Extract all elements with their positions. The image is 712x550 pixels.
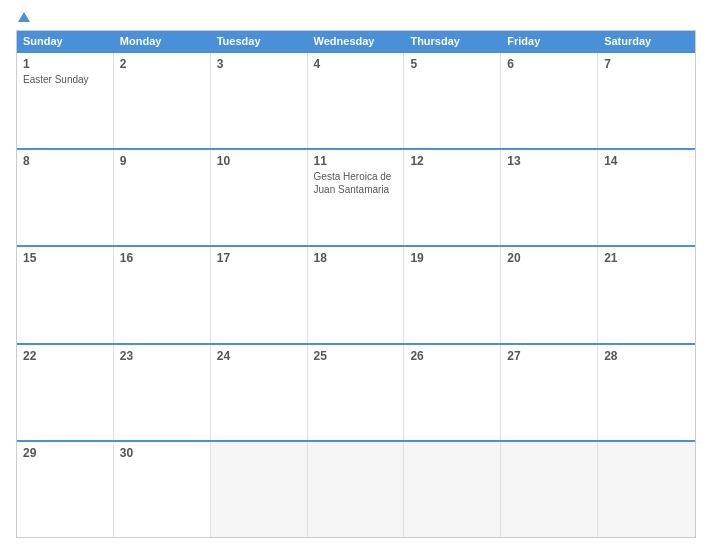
cell-w2-d1: 16 xyxy=(114,247,211,342)
week-row-0: 1Easter Sunday234567 xyxy=(17,51,695,148)
cell-w4-d4 xyxy=(404,442,501,537)
day-number: 9 xyxy=(120,154,204,168)
day-number: 25 xyxy=(314,349,398,363)
header-monday: Monday xyxy=(114,31,211,51)
week-row-1: 891011Gesta Heroica de Juan Santamaria12… xyxy=(17,148,695,245)
cell-w0-d2: 3 xyxy=(211,53,308,148)
day-number: 20 xyxy=(507,251,591,265)
day-number: 2 xyxy=(120,57,204,71)
cell-w3-d6: 28 xyxy=(598,345,695,440)
day-number: 22 xyxy=(23,349,107,363)
cell-w1-d5: 13 xyxy=(501,150,598,245)
calendar-header-row: Sunday Monday Tuesday Wednesday Thursday… xyxy=(17,31,695,51)
page: Sunday Monday Tuesday Wednesday Thursday… xyxy=(0,0,712,550)
cell-w0-d0: 1Easter Sunday xyxy=(17,53,114,148)
day-number: 5 xyxy=(410,57,494,71)
cell-w4-d0: 29 xyxy=(17,442,114,537)
week-row-2: 15161718192021 xyxy=(17,245,695,342)
calendar: Sunday Monday Tuesday Wednesday Thursday… xyxy=(16,30,696,538)
day-number: 8 xyxy=(23,154,107,168)
cell-w0-d5: 6 xyxy=(501,53,598,148)
cell-w0-d3: 4 xyxy=(308,53,405,148)
cell-w2-d3: 18 xyxy=(308,247,405,342)
day-number: 14 xyxy=(604,154,689,168)
day-number: 29 xyxy=(23,446,107,460)
day-number: 19 xyxy=(410,251,494,265)
day-number: 11 xyxy=(314,154,398,168)
cell-w4-d6 xyxy=(598,442,695,537)
holiday-label: Easter Sunday xyxy=(23,74,89,85)
cell-w4-d3 xyxy=(308,442,405,537)
cell-w1-d2: 10 xyxy=(211,150,308,245)
day-number: 24 xyxy=(217,349,301,363)
cell-w0-d4: 5 xyxy=(404,53,501,148)
header-wednesday: Wednesday xyxy=(308,31,405,51)
cell-w3-d4: 26 xyxy=(404,345,501,440)
day-number: 18 xyxy=(314,251,398,265)
cell-w3-d3: 25 xyxy=(308,345,405,440)
cell-w2-d5: 20 xyxy=(501,247,598,342)
day-number: 1 xyxy=(23,57,107,71)
header xyxy=(16,12,696,22)
day-number: 30 xyxy=(120,446,204,460)
day-number: 21 xyxy=(604,251,689,265)
cell-w2-d4: 19 xyxy=(404,247,501,342)
cell-w1-d6: 14 xyxy=(598,150,695,245)
day-number: 16 xyxy=(120,251,204,265)
day-number: 26 xyxy=(410,349,494,363)
logo xyxy=(16,12,30,22)
cell-w3-d0: 22 xyxy=(17,345,114,440)
logo-triangle-icon xyxy=(18,12,30,22)
cell-w4-d2 xyxy=(211,442,308,537)
day-number: 7 xyxy=(604,57,689,71)
day-number: 10 xyxy=(217,154,301,168)
cell-w4-d5 xyxy=(501,442,598,537)
cell-w1-d1: 9 xyxy=(114,150,211,245)
cell-w2-d0: 15 xyxy=(17,247,114,342)
header-tuesday: Tuesday xyxy=(211,31,308,51)
header-sunday: Sunday xyxy=(17,31,114,51)
cell-w3-d5: 27 xyxy=(501,345,598,440)
day-number: 6 xyxy=(507,57,591,71)
week-row-3: 22232425262728 xyxy=(17,343,695,440)
day-number: 15 xyxy=(23,251,107,265)
header-friday: Friday xyxy=(501,31,598,51)
day-number: 4 xyxy=(314,57,398,71)
cell-w4-d1: 30 xyxy=(114,442,211,537)
cell-w2-d2: 17 xyxy=(211,247,308,342)
week-row-4: 2930 xyxy=(17,440,695,537)
day-number: 3 xyxy=(217,57,301,71)
cell-w1-d3: 11Gesta Heroica de Juan Santamaria xyxy=(308,150,405,245)
cell-w1-d4: 12 xyxy=(404,150,501,245)
day-number: 13 xyxy=(507,154,591,168)
day-number: 12 xyxy=(410,154,494,168)
cell-w3-d1: 23 xyxy=(114,345,211,440)
cell-w1-d0: 8 xyxy=(17,150,114,245)
day-number: 23 xyxy=(120,349,204,363)
day-number: 17 xyxy=(217,251,301,265)
day-number: 27 xyxy=(507,349,591,363)
cell-w3-d2: 24 xyxy=(211,345,308,440)
holiday-label: Gesta Heroica de Juan Santamaria xyxy=(314,171,392,195)
header-thursday: Thursday xyxy=(404,31,501,51)
weeks-container: 1Easter Sunday234567891011Gesta Heroica … xyxy=(17,51,695,537)
cell-w0-d6: 7 xyxy=(598,53,695,148)
day-number: 28 xyxy=(604,349,689,363)
header-saturday: Saturday xyxy=(598,31,695,51)
cell-w2-d6: 21 xyxy=(598,247,695,342)
cell-w0-d1: 2 xyxy=(114,53,211,148)
